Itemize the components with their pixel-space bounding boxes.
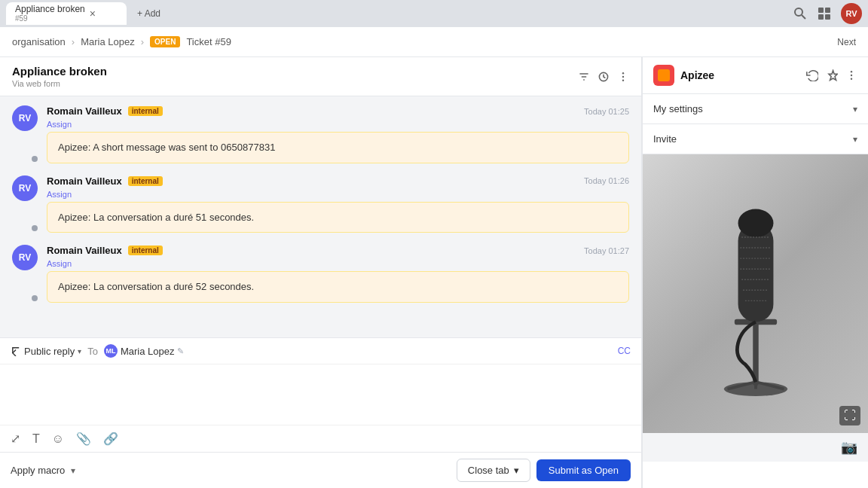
svg-point-11 bbox=[851, 75, 852, 76]
svg-point-20 bbox=[738, 209, 773, 238]
svg-point-12 bbox=[851, 78, 852, 80]
text-format-icon[interactable]: T bbox=[32, 432, 40, 446]
assign-link[interactable]: Assign bbox=[47, 259, 629, 268]
submit-button[interactable]: Submit as Open bbox=[536, 459, 631, 481]
message-bubble: Apizee: La conversation a duré 51 second… bbox=[47, 202, 629, 233]
message-content: Romain Vailleux internal Today 01:27 Ass… bbox=[47, 245, 629, 303]
reply-type-selector[interactable]: Public reply ▾ bbox=[11, 346, 81, 357]
breadcrumb-sep2: › bbox=[141, 36, 144, 47]
apply-macro-label: Apply macro bbox=[11, 465, 65, 476]
add-tab-label: + Add bbox=[137, 8, 160, 19]
svg-rect-2 bbox=[818, 8, 824, 13]
message-author: Romain Vailleux bbox=[47, 175, 122, 187]
recipient-avatar: ML bbox=[104, 344, 118, 358]
expand-icon[interactable]: ⤢ bbox=[11, 432, 20, 446]
history-icon[interactable] bbox=[598, 71, 610, 83]
svg-rect-3 bbox=[825, 8, 830, 13]
avatar: RV bbox=[12, 245, 38, 270]
camera-icon[interactable]: 📷 bbox=[841, 439, 857, 456]
filter-icon[interactable] bbox=[578, 71, 590, 83]
next-button[interactable]: Next bbox=[837, 37, 856, 47]
assign-link[interactable]: Assign bbox=[47, 190, 629, 199]
avatar-wrap: RV bbox=[12, 245, 39, 303]
chevron-down-icon: ▾ bbox=[71, 465, 75, 476]
microphone-image: ⛶ bbox=[643, 154, 868, 433]
avatar-wrap: RV bbox=[12, 175, 39, 233]
message-bubble: Apizee: La conversation a duré 52 second… bbox=[47, 271, 629, 303]
status-badge: OPEN bbox=[150, 36, 180, 47]
breadcrumb-person[interactable]: Maria Lopez bbox=[81, 36, 135, 47]
messages-area: RV Romain Vailleux internal Today 01:25 … bbox=[0, 96, 641, 337]
message-bubble: Apizee: A short message was sent to 0650… bbox=[47, 132, 629, 163]
panel-title: Apizee bbox=[680, 69, 714, 81]
svg-point-7 bbox=[622, 72, 624, 74]
expand-image-icon[interactable]: ⛶ bbox=[839, 406, 860, 425]
apizee-logo-inner bbox=[658, 69, 670, 81]
ticket-source: Via web form bbox=[12, 79, 578, 88]
svg-point-10 bbox=[851, 71, 852, 72]
search-icon[interactable] bbox=[793, 6, 808, 21]
add-tab-button[interactable]: + Add bbox=[130, 8, 168, 19]
apply-macro-button[interactable]: Apply macro ▾ bbox=[11, 465, 75, 476]
close-tab-label: Close tab bbox=[468, 465, 509, 476]
active-tab[interactable]: Appliance broken #59 × bbox=[6, 2, 127, 25]
breadcrumb: organisation › Maria Lopez › OPEN Ticket… bbox=[0, 27, 868, 57]
breadcrumb-org[interactable]: organisation bbox=[12, 36, 66, 47]
apizee-logo bbox=[653, 65, 674, 86]
message-group: RV Romain Vailleux internal Today 01:27 … bbox=[12, 245, 629, 303]
tab-subtitle: #59 bbox=[15, 14, 85, 23]
chevron-down-icon: ▾ bbox=[853, 134, 857, 145]
internal-badge: internal bbox=[128, 246, 163, 255]
svg-rect-4 bbox=[818, 14, 824, 20]
message-content: Romain Vailleux internal Today 01:26 Ass… bbox=[47, 175, 629, 233]
recipient-name: Maria Lopez bbox=[121, 346, 175, 357]
message-content: Romain Vailleux internal Today 01:25 Ass… bbox=[47, 105, 629, 163]
accordion-invite: Invite ▾ bbox=[643, 124, 868, 154]
tab-close-button[interactable]: × bbox=[90, 8, 96, 19]
ticket-title: Appliance broken bbox=[12, 65, 578, 78]
user-avatar[interactable]: RV bbox=[841, 3, 862, 24]
message-meta: Romain Vailleux internal Today 01:25 bbox=[47, 105, 629, 117]
edit-recipient-icon[interactable]: ✎ bbox=[177, 346, 184, 356]
microphone-svg bbox=[695, 181, 816, 407]
my-settings-label: My settings bbox=[653, 103, 703, 114]
reply-icon bbox=[11, 346, 21, 356]
my-settings-header[interactable]: My settings ▾ bbox=[643, 94, 868, 124]
ticket-header: Appliance broken Via web form bbox=[0, 57, 641, 96]
image-container: ⛶ 📷 bbox=[643, 154, 868, 462]
chevron-down-icon: ▾ bbox=[78, 347, 81, 355]
svg-point-8 bbox=[622, 75, 624, 77]
link-icon[interactable]: 🔗 bbox=[103, 432, 118, 446]
svg-point-0 bbox=[795, 8, 802, 16]
svg-line-1 bbox=[802, 15, 805, 19]
emoji-icon[interactable]: ☺ bbox=[52, 432, 64, 446]
svg-rect-19 bbox=[738, 223, 773, 322]
internal-badge: internal bbox=[128, 176, 163, 186]
message-meta: Romain Vailleux internal Today 01:26 bbox=[47, 175, 629, 187]
reply-body-input[interactable] bbox=[0, 364, 641, 425]
refresh-icon[interactable] bbox=[806, 69, 818, 81]
avatar-status bbox=[30, 154, 39, 163]
chevron-down-icon: ▾ bbox=[853, 104, 857, 114]
more-options-icon[interactable] bbox=[617, 71, 629, 83]
assign-link[interactable]: Assign bbox=[47, 120, 629, 129]
avatar-wrap: RV bbox=[12, 105, 39, 163]
more-options-icon[interactable] bbox=[845, 69, 857, 81]
svg-point-9 bbox=[622, 79, 624, 81]
close-tab-button[interactable]: Close tab ▾ bbox=[457, 459, 530, 482]
breadcrumb-ticket[interactable]: Ticket #59 bbox=[186, 36, 231, 47]
chevron-down-icon: ▾ bbox=[514, 465, 519, 476]
right-panel-content: My settings ▾ Invite ▾ bbox=[643, 94, 868, 488]
message-group: RV Romain Vailleux internal Today 01:25 … bbox=[12, 105, 629, 163]
apps-icon[interactable] bbox=[817, 6, 832, 21]
reply-header: Public reply ▾ To ML Maria Lopez ✎ CC bbox=[0, 338, 641, 364]
pin-icon[interactable] bbox=[826, 69, 838, 81]
cc-button[interactable]: CC bbox=[618, 346, 631, 356]
reply-toolbar: ⤢ T ☺ 📎 🔗 bbox=[0, 425, 641, 452]
ticket-title-block: Appliance broken Via web form bbox=[12, 65, 578, 88]
invite-header[interactable]: Invite ▾ bbox=[643, 124, 868, 154]
attachment-icon[interactable]: 📎 bbox=[76, 432, 91, 446]
message-time: Today 01:27 bbox=[584, 246, 629, 255]
avatar-status bbox=[30, 294, 39, 303]
right-panel-header: Apizee bbox=[643, 57, 868, 94]
